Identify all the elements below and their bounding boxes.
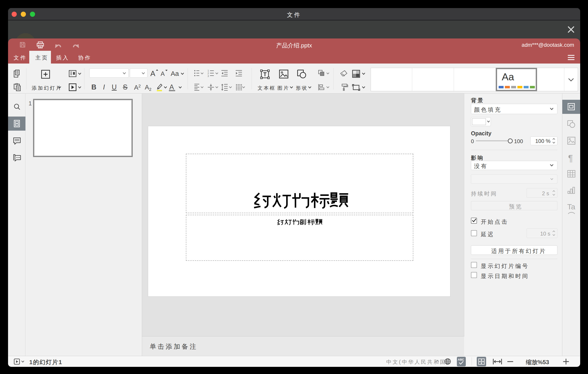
svg-text:1: 1 xyxy=(208,70,209,72)
svg-text:3: 3 xyxy=(208,75,209,77)
svg-text:2: 2 xyxy=(208,72,209,75)
